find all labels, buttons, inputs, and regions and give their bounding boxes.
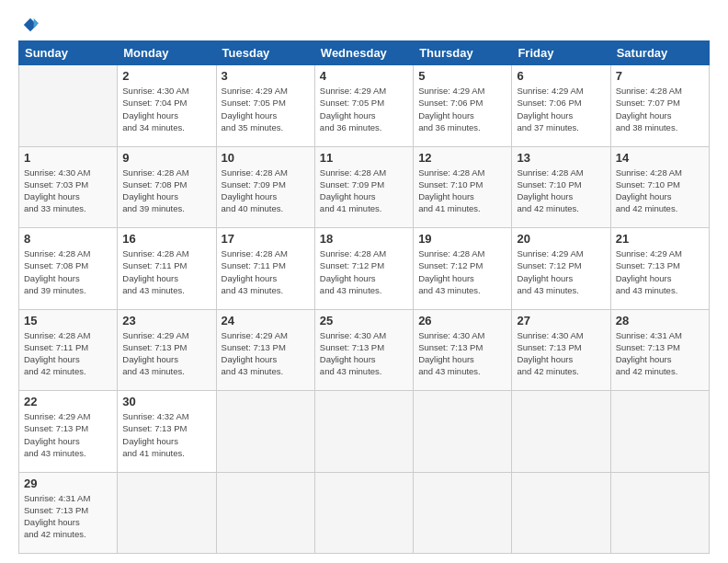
calendar-cell (314, 391, 413, 473)
day-number: 9 (122, 151, 210, 165)
calendar-cell (512, 391, 610, 473)
day-number: 3 (222, 69, 310, 83)
calendar-week-row: 22 Sunrise: 4:29 AMSunset: 7:13 PMDaylig… (19, 391, 710, 473)
calendar-week-row: 29 Sunrise: 4:31 AMSunset: 7:13 PMDaylig… (19, 472, 710, 554)
day-info: Sunrise: 4:29 AMSunset: 7:13 PMDaylight … (24, 411, 90, 458)
calendar-cell: 5 Sunrise: 4:29 AMSunset: 7:06 PMDayligh… (414, 65, 512, 147)
day-info: Sunrise: 4:29 AMSunset: 7:12 PMDaylight … (517, 248, 583, 295)
calendar-cell: 20 Sunrise: 4:29 AMSunset: 7:12 PMDaylig… (512, 228, 610, 310)
day-number: 24 (222, 314, 310, 327)
calendar-header-sunday: Sunday (19, 41, 118, 65)
day-info: Sunrise: 4:29 AMSunset: 7:06 PMDaylight … (517, 86, 583, 132)
calendar-cell: 19 Sunrise: 4:28 AMSunset: 7:12 PMDaylig… (414, 228, 512, 310)
day-info: Sunrise: 4:28 AMSunset: 7:12 PMDaylight … (320, 248, 386, 295)
calendar-week-row: 15 Sunrise: 4:28 AMSunset: 7:11 PMDaylig… (19, 309, 710, 391)
calendar-cell: 13 Sunrise: 4:28 AMSunset: 7:10 PMDaylig… (512, 146, 610, 228)
calendar-cell: 16 Sunrise: 4:28 AMSunset: 7:11 PMDaylig… (118, 228, 216, 310)
calendar-week-row: 2 Sunrise: 4:30 AMSunset: 7:04 PMDayligh… (19, 65, 710, 147)
day-number: 23 (122, 314, 210, 327)
day-info: Sunrise: 4:29 AMSunset: 7:05 PMDaylight … (320, 86, 386, 132)
day-info: Sunrise: 4:28 AMSunset: 7:11 PMDaylight … (24, 330, 90, 377)
day-info: Sunrise: 4:30 AMSunset: 7:13 PMDaylight … (517, 330, 583, 377)
day-number: 12 (418, 151, 506, 165)
logo-text (18, 17, 39, 33)
day-number: 19 (418, 232, 506, 246)
calendar-cell: 8 Sunrise: 4:28 AMSunset: 7:08 PMDayligh… (19, 228, 118, 310)
day-info: Sunrise: 4:30 AMSunset: 7:03 PMDaylight … (24, 167, 90, 214)
calendar-cell (19, 65, 118, 147)
calendar-cell: 28 Sunrise: 4:31 AMSunset: 7:13 PMDaylig… (610, 309, 709, 391)
calendar-header-friday: Friday (512, 41, 610, 65)
day-info: Sunrise: 4:28 AMSunset: 7:10 PMDaylight … (418, 167, 484, 214)
calendar-cell (414, 391, 512, 473)
day-info: Sunrise: 4:28 AMSunset: 7:09 PMDaylight … (320, 167, 386, 214)
day-number: 27 (517, 314, 605, 327)
calendar-week-row: 8 Sunrise: 4:28 AMSunset: 7:08 PMDayligh… (19, 228, 710, 310)
calendar-cell: 21 Sunrise: 4:29 AMSunset: 7:13 PMDaylig… (610, 228, 709, 310)
day-number: 8 (24, 232, 112, 246)
day-number: 17 (222, 232, 310, 246)
calendar-week-row: 1 Sunrise: 4:30 AMSunset: 7:03 PMDayligh… (19, 146, 710, 228)
calendar-cell: 14 Sunrise: 4:28 AMSunset: 7:10 PMDaylig… (610, 146, 709, 228)
day-number: 29 (24, 477, 112, 490)
day-number: 25 (320, 314, 408, 327)
day-info: Sunrise: 4:31 AMSunset: 7:13 PMDaylight … (616, 330, 682, 377)
day-number: 16 (122, 232, 210, 246)
svg-marker-1 (34, 18, 39, 29)
calendar-cell (610, 472, 709, 554)
calendar-cell (414, 472, 512, 554)
calendar-cell: 10 Sunrise: 4:28 AMSunset: 7:09 PMDaylig… (216, 146, 314, 228)
calendar-header-saturday: Saturday (610, 41, 709, 65)
calendar-cell: 7 Sunrise: 4:28 AMSunset: 7:07 PMDayligh… (610, 65, 709, 147)
day-number: 26 (418, 314, 506, 327)
calendar-cell: 22 Sunrise: 4:29 AMSunset: 7:13 PMDaylig… (19, 391, 118, 473)
day-number: 15 (24, 314, 112, 327)
calendar-cell: 11 Sunrise: 4:28 AMSunset: 7:09 PMDaylig… (314, 146, 413, 228)
calendar-cell (118, 472, 216, 554)
day-number: 6 (517, 69, 605, 83)
day-info: Sunrise: 4:29 AMSunset: 7:13 PMDaylight … (122, 330, 188, 377)
logo-icon (22, 17, 39, 33)
day-info: Sunrise: 4:30 AMSunset: 7:13 PMDaylight … (320, 330, 386, 377)
calendar-cell: 6 Sunrise: 4:29 AMSunset: 7:06 PMDayligh… (512, 65, 610, 147)
calendar-header-wednesday: Wednesday (314, 41, 413, 65)
calendar-cell: 12 Sunrise: 4:28 AMSunset: 7:10 PMDaylig… (414, 146, 512, 228)
day-info: Sunrise: 4:29 AMSunset: 7:06 PMDaylight … (418, 86, 484, 132)
calendar-cell: 27 Sunrise: 4:30 AMSunset: 7:13 PMDaylig… (512, 309, 610, 391)
calendar-cell: 25 Sunrise: 4:30 AMSunset: 7:13 PMDaylig… (314, 309, 413, 391)
day-number: 1 (24, 151, 112, 165)
day-info: Sunrise: 4:28 AMSunset: 7:08 PMDaylight … (122, 167, 188, 214)
day-info: Sunrise: 4:28 AMSunset: 7:09 PMDaylight … (222, 167, 288, 214)
calendar-cell: 24 Sunrise: 4:29 AMSunset: 7:13 PMDaylig… (216, 309, 314, 391)
calendar-cell (512, 472, 610, 554)
day-number: 21 (616, 232, 704, 246)
day-info: Sunrise: 4:30 AMSunset: 7:13 PMDaylight … (418, 330, 484, 377)
calendar-cell (610, 391, 709, 473)
calendar-cell: 2 Sunrise: 4:30 AMSunset: 7:04 PMDayligh… (118, 65, 216, 147)
calendar-cell (216, 472, 314, 554)
page: SundayMondayTuesdayWednesdayThursdayFrid… (0, 0, 728, 563)
header (18, 17, 710, 33)
calendar-table: SundayMondayTuesdayWednesdayThursdayFrid… (18, 40, 710, 554)
day-number: 28 (616, 314, 704, 327)
day-number: 14 (616, 151, 704, 165)
day-number: 5 (418, 69, 506, 83)
day-info: Sunrise: 4:30 AMSunset: 7:04 PMDaylight … (122, 86, 188, 132)
day-number: 7 (616, 69, 704, 83)
day-number: 18 (320, 232, 408, 246)
calendar-cell: 3 Sunrise: 4:29 AMSunset: 7:05 PMDayligh… (216, 65, 314, 147)
calendar-cell: 9 Sunrise: 4:28 AMSunset: 7:08 PMDayligh… (118, 146, 216, 228)
logo (18, 17, 39, 33)
day-info: Sunrise: 4:28 AMSunset: 7:07 PMDaylight … (616, 86, 682, 132)
day-number: 11 (320, 151, 408, 165)
day-info: Sunrise: 4:28 AMSunset: 7:08 PMDaylight … (24, 248, 90, 295)
calendar-cell: 18 Sunrise: 4:28 AMSunset: 7:12 PMDaylig… (314, 228, 413, 310)
calendar-cell: 15 Sunrise: 4:28 AMSunset: 7:11 PMDaylig… (19, 309, 118, 391)
day-number: 22 (24, 395, 112, 408)
day-info: Sunrise: 4:28 AMSunset: 7:12 PMDaylight … (418, 248, 484, 295)
calendar-header-monday: Monday (118, 41, 216, 65)
calendar-cell: 23 Sunrise: 4:29 AMSunset: 7:13 PMDaylig… (118, 309, 216, 391)
day-info: Sunrise: 4:29 AMSunset: 7:05 PMDaylight … (222, 86, 288, 132)
day-info: Sunrise: 4:31 AMSunset: 7:13 PMDaylight … (24, 493, 90, 540)
day-info: Sunrise: 4:28 AMSunset: 7:11 PMDaylight … (222, 248, 288, 295)
